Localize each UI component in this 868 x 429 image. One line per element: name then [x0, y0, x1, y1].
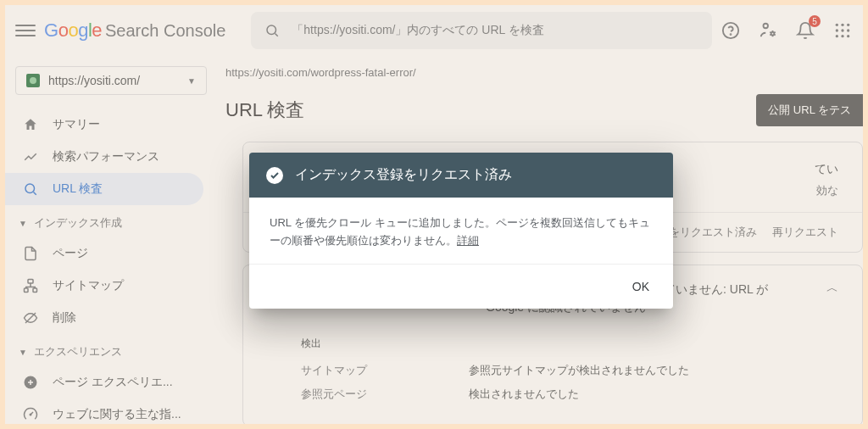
removals-icon — [22, 310, 39, 326]
detection-section-title: 検出 — [301, 337, 838, 351]
sitemap-icon — [22, 278, 39, 293]
chart-icon — [22, 149, 39, 164]
row-label: 参照元ページ — [301, 387, 445, 402]
modal-header: インデックス登録をリクエスト済み — [249, 153, 673, 198]
test-live-url-button[interactable]: 公開 URL をテス — [756, 94, 863, 126]
sidebar-item-label: URL 検査 — [53, 181, 103, 197]
svg-rect-18 — [25, 288, 29, 292]
inspected-url: https://yositi.com/wordpress-fatal-error… — [225, 66, 863, 79]
svg-point-6 — [836, 24, 838, 26]
detail-row: 参照元ページ 検出されませんでした — [301, 387, 838, 402]
menu-icon[interactable] — [15, 20, 36, 41]
property-selector[interactable]: https://yositi.com/ ▼ — [15, 66, 207, 95]
sidebar-item-label: 削除 — [53, 310, 76, 326]
svg-rect-17 — [28, 280, 33, 284]
svg-point-12 — [836, 35, 838, 37]
check-icon — [266, 167, 283, 184]
svg-point-4 — [764, 24, 769, 29]
row-label: サイトマップ — [301, 363, 445, 378]
notifications-icon[interactable]: 5 — [795, 20, 815, 41]
sidebar-item-removals[interactable]: 削除 — [5, 302, 203, 334]
page-icon — [22, 246, 39, 261]
svg-point-11 — [847, 29, 849, 31]
svg-point-10 — [841, 29, 843, 31]
search-icon — [264, 23, 280, 38]
svg-line-1 — [275, 33, 278, 36]
details-link[interactable]: 詳細 — [457, 234, 479, 247]
home-icon — [22, 117, 39, 132]
svg-line-16 — [33, 192, 36, 194]
svg-point-3 — [731, 34, 732, 35]
svg-rect-19 — [33, 288, 37, 292]
sidebar-item-url-inspect[interactable]: URL 検査 — [5, 173, 203, 205]
logo-text: Search Console — [105, 21, 225, 41]
sidebar-item-summary[interactable]: サマリー — [5, 109, 203, 141]
sidebar-item-sitemaps[interactable]: サイトマップ — [5, 270, 203, 302]
svg-point-15 — [25, 184, 35, 193]
detail-row: サイトマップ 参照元サイトマップが検出されませんでした — [301, 363, 838, 378]
sidebar-item-label: ウェブに関する主な指... — [53, 407, 181, 422]
settings-icon[interactable] — [758, 20, 778, 41]
search-input[interactable]: 「https://yositi.com/」内のすべての URL を検査 — [251, 12, 712, 49]
svg-point-13 — [841, 35, 843, 37]
sidebar-item-label: ページ エクスペリエ... — [53, 375, 173, 390]
sidebar-item-label: 検索パフォーマンス — [53, 149, 159, 164]
svg-point-7 — [841, 24, 843, 26]
search-placeholder: 「https://yositi.com/」内のすべての URL を検査 — [292, 23, 543, 38]
svg-point-8 — [847, 24, 849, 26]
chevron-up-icon[interactable]: ︿ — [826, 281, 838, 296]
sidebar-item-label: ページ — [53, 246, 88, 261]
sidebar-item-pages[interactable]: ページ — [5, 237, 203, 270]
apps-icon[interactable] — [832, 20, 853, 41]
page-title: URL 検査 — [225, 98, 304, 123]
notification-badge: 5 — [809, 15, 821, 27]
ok-button[interactable]: OK — [622, 275, 659, 298]
sidebar-section-experience[interactable]: ▼ エクスペリエンス — [5, 334, 217, 366]
property-icon — [26, 74, 40, 87]
sidebar-section-indexing[interactable]: ▼ インデックス作成 — [5, 205, 217, 237]
chevron-down-icon: ▼ — [187, 76, 196, 86]
sidebar-item-label: サイトマップ — [53, 278, 124, 293]
property-domain: https://yositi.com/ — [48, 74, 179, 87]
svg-point-9 — [836, 29, 838, 31]
logo[interactable]: Google Search Console — [44, 20, 225, 42]
chevron-down-icon: ▼ — [19, 348, 27, 357]
inspect-icon — [22, 181, 39, 197]
sidebar-item-page-experience[interactable]: ページ エクスペリエ... — [5, 366, 203, 398]
sidebar-item-performance[interactable]: 検索パフォーマンス — [5, 141, 203, 173]
help-icon[interactable] — [721, 20, 741, 41]
row-value: 参照元サイトマップが検出されませんでした — [469, 363, 838, 378]
sidebar-item-vitals[interactable]: ウェブに関する主な指... — [5, 398, 203, 424]
sidebar-item-label: サマリー — [53, 117, 100, 132]
modal-body: URL を優先クロール キューに追加しました。ページを複数回送信してもキューの順… — [249, 198, 673, 264]
chevron-down-icon: ▼ — [19, 219, 27, 228]
top-bar: Google Search Console 「https://yositi.co… — [5, 5, 863, 56]
svg-point-23 — [30, 414, 31, 415]
row-value: 検出されませんでした — [469, 387, 838, 402]
sidebar: https://yositi.com/ ▼ サマリー 検索パフォーマンス URL… — [5, 56, 217, 424]
svg-point-5 — [771, 32, 775, 36]
modal-title: インデックス登録をリクエスト済み — [295, 166, 512, 184]
re-request-link[interactable]: 再リクエスト — [772, 225, 838, 240]
svg-point-0 — [267, 25, 276, 35]
svg-point-14 — [847, 35, 849, 37]
modal-dialog: インデックス登録をリクエスト済み URL を優先クロール キューに追加しました。… — [249, 153, 673, 309]
speed-icon — [22, 407, 39, 422]
plus-circle-icon — [22, 375, 39, 390]
